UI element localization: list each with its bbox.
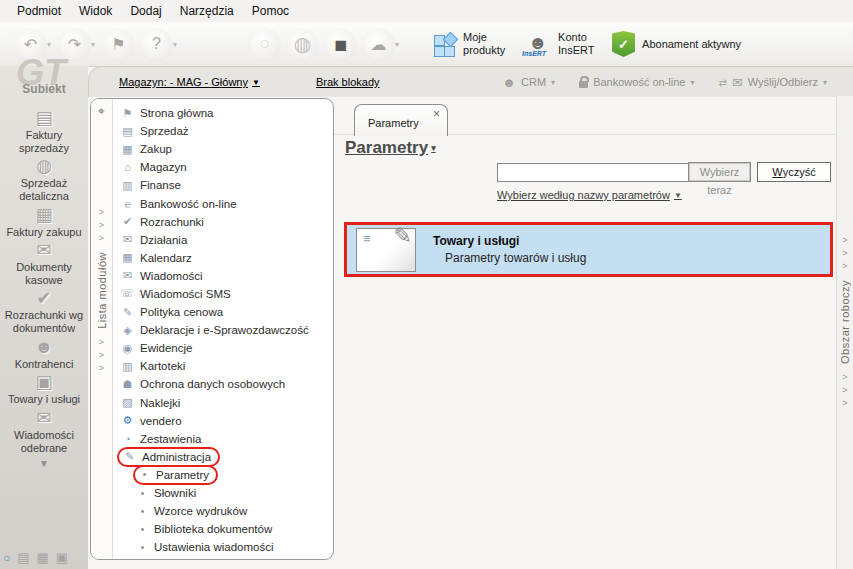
module-item-wzorce-wydrukow[interactable]: •Wzorce wydruków [113, 502, 333, 520]
cube-icon: ◼ [334, 35, 347, 54]
sidebar-more-arrow-icon[interactable]: ▼ [39, 458, 49, 469]
module-item-zestawienia[interactable]: ◔Zestawienia [113, 430, 333, 448]
menu-dodaj[interactable]: Dodaj [121, 1, 170, 21]
chevron-icon: > [842, 260, 847, 273]
wyslij-odbierz-dropdown[interactable]: ⇄ ✉ Wyślij/Odbierz ▾ [718, 75, 827, 90]
abonament-button[interactable]: ✓ Abonament aktywny [612, 31, 741, 57]
sidebar-item-rozrachunki[interactable]: ✔ Rozrachunki wg dokumentów [0, 289, 88, 334]
sidebar-item-dokumenty-kasowe[interactable]: ✉ Dokumenty kasowe [0, 241, 88, 286]
app-button-group: ◌ ◍ ◼ ☁ ▾ [242, 29, 400, 60]
konto-insert-button[interactable]: ☻ InsERT Konto InsERT [525, 31, 596, 56]
module-sidebar: GT Subiekt ▤ Faktury sprzedaży ◍ Sprzeda… [0, 66, 88, 569]
globe-icon: ◍ [294, 32, 311, 56]
bullet-icon: • [138, 469, 151, 480]
help-dropdown-caret-icon[interactable]: ▾ [173, 40, 177, 49]
module-item-rozrachunki[interactable]: ✔Rozrachunki [113, 213, 333, 231]
module-item-sprzedaz[interactable]: ▤Sprzedaż [113, 122, 333, 140]
help-button[interactable]: ? [141, 29, 172, 60]
menu-widok[interactable]: Widok [70, 1, 121, 21]
menu-narzedzia[interactable]: Narzędzia [171, 1, 243, 21]
account-button-group: Moje produkty ☻ InsERT Konto InsERT ✓ Ab… [434, 31, 741, 57]
module-item-ustawienia-wiadomosci[interactable]: •Ustawienia wiadomości [113, 538, 333, 556]
forward-dropdown-caret-icon[interactable]: ▾ [91, 40, 95, 49]
module-item-ochrona-danych[interactable]: ☗Ochrona danych osobowych [113, 375, 333, 393]
purchase-invoices-icon: ▦ [35, 206, 52, 225]
sidebar-item-faktury-zakupu[interactable]: ▦ Faktury zakupu [6, 206, 81, 239]
module-item-finanse[interactable]: ▥Finanse [113, 176, 333, 194]
chevron-icon: > [99, 362, 104, 375]
calendar-icon: ▦ [120, 251, 135, 264]
view-circle-icon[interactable]: ○ [3, 551, 10, 565]
insert-badge: InsERT [522, 50, 546, 57]
chevron-icon: > [842, 384, 847, 397]
wybierz-teraz-button[interactable]: Wybierz teraz [688, 162, 751, 182]
konto-insert-label: Konto InsERT [558, 31, 596, 56]
view-purchase-icon[interactable]: ▦ [37, 550, 49, 565]
magazyn-selector[interactable]: Magazyn: - MAG - Główny ▼ [119, 76, 260, 88]
help-icon: ? [152, 35, 161, 53]
module-item-strona-glowna[interactable]: ⚑Strona główna [113, 104, 333, 122]
filter-by-name-link[interactable]: Wybierz według nazwy parametrów ▼ [497, 189, 682, 201]
sidebar-item-kontrahenci[interactable]: ☻ Kontrahenci [15, 338, 74, 371]
back-dropdown-caret-icon[interactable]: ▾ [47, 40, 51, 49]
module-item-wiadomosci-sms[interactable]: ☏Wiadomości SMS [113, 285, 333, 303]
module-item-biblioteka[interactable]: •Biblioteka dokumentów [113, 520, 333, 538]
app-logo: GT Subiekt [0, 66, 88, 106]
sync-button[interactable]: ◌ [249, 29, 280, 60]
module-item-naklejki[interactable]: ▨Naklejki [113, 394, 333, 412]
module-item-parametry[interactable]: •Parametry [113, 466, 333, 484]
cube-button[interactable]: ◼ [325, 29, 356, 60]
module-item-ewidencje[interactable]: ◉Ewidencje [113, 339, 333, 357]
module-item-kartoteki[interactable]: ▥Kartoteki [113, 357, 333, 375]
chevron-icon: > [842, 397, 847, 410]
module-item-zakup[interactable]: ▦Zakup [113, 140, 333, 158]
crm-dropdown[interactable]: ☻ CRM ▾ [502, 75, 555, 90]
obszar-roboczy-strip[interactable]: > > > Obszar roboczy > > > [836, 96, 853, 569]
contractors-icon: ☻ [35, 338, 54, 357]
crm-person-icon: ☻ [502, 75, 516, 90]
goods-services-icon: ▣ [35, 373, 52, 392]
view-goods-icon[interactable]: ▣ [56, 550, 68, 565]
context-toolbar: Magazyn: - MAG - Główny ▼ Brak blokady ☻… [88, 66, 853, 97]
module-item-magazyn[interactable]: ⌂Magazyn [113, 158, 333, 176]
records-icon: ◉ [120, 342, 135, 355]
module-item-administracja[interactable]: ✎Administracja [113, 448, 333, 466]
bank-caret-icon: ▾ [690, 78, 694, 87]
sidebar-item-sprzedaz-detaliczna[interactable]: ◍ Sprzedaż detaliczna [0, 157, 88, 202]
view-sales-icon[interactable]: ▤ [17, 550, 29, 565]
parameter-card-towary-i-uslugi[interactable]: ≡ ✎ Towary i usługi Parametry towarów i … [344, 222, 833, 277]
settlements-icon: ✔ [36, 289, 51, 308]
flag-button[interactable]: ⚑ [103, 29, 134, 60]
module-item-polityka-cenowa[interactable]: ✎Polityka cenowa [113, 303, 333, 321]
brak-blokady-link[interactable]: Brak blokady [316, 76, 380, 88]
module-item-kalendarz[interactable]: ▦Kalendarz [113, 249, 333, 267]
module-item-bankowosc[interactable]: ℮Bankowość on-line [113, 194, 333, 212]
title-caret-icon: ▾ [431, 143, 436, 153]
parameter-search-input[interactable] [497, 163, 690, 182]
module-item-dzialania[interactable]: ✉Działania [113, 231, 333, 249]
tab-parametry[interactable]: Parametry × [354, 104, 448, 136]
menu-pomoc[interactable]: Pomoc [243, 1, 298, 21]
wyczysc-button[interactable]: Wyczyść [757, 162, 831, 182]
pin-icon[interactable]: ⌖ [98, 104, 105, 118]
bullet-icon: • [136, 488, 149, 499]
sidebar-item-faktury-sprzedazy[interactable]: ▤ Faktury sprzedaży [0, 109, 88, 154]
module-item-slowniki[interactable]: •Słowniki [113, 484, 333, 502]
cloud-backup-button[interactable]: ☁ [363, 29, 394, 60]
retail-sale-icon: ◍ [36, 157, 52, 176]
sidebar-item-wiadomosci-odebrane[interactable]: ✉ Wiadomości odebrane [0, 409, 88, 454]
bankowosc-dropdown[interactable]: Bankowość on-line ▾ [579, 76, 694, 88]
lock-icon [579, 81, 588, 88]
page-title[interactable]: Parametry ▾ [345, 138, 436, 158]
module-item-deklaracje[interactable]: ◈Deklaracje i e-Sprawozdawczość [113, 321, 333, 339]
modules-strip[interactable]: ⌖ > > > Lista modułów > > > [91, 99, 113, 559]
module-item-wiadomosci[interactable]: ✉Wiadomości [113, 267, 333, 285]
cloud-dropdown-caret-icon[interactable]: ▾ [395, 40, 399, 49]
moje-produkty-button[interactable]: Moje produkty [434, 31, 509, 56]
sidebar-item-towary-i-uslugi[interactable]: ▣ Towary i usługi [8, 373, 80, 406]
module-item-vendero[interactable]: ⚙vendero [113, 412, 333, 430]
chevron-icon: > [99, 206, 104, 219]
online-services-button[interactable]: ◍ [287, 29, 318, 60]
tab-close-icon[interactable]: × [433, 107, 440, 121]
menu-podmiot[interactable]: Podmiot [8, 1, 70, 21]
